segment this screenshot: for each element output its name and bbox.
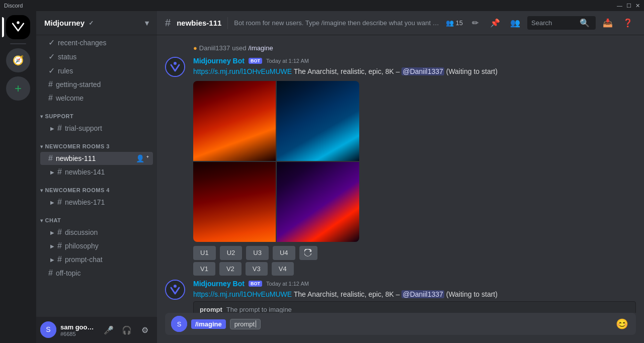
second-bot-username[interactable]: Midjourney Bot — [193, 280, 245, 288]
inbox-button[interactable]: 📥 — [600, 15, 616, 31]
text-cursor — [256, 320, 256, 327]
svg-text:S: S — [46, 325, 50, 333]
channel-hash-icon: # — [165, 17, 171, 29]
expand-icon-discussion: ▶ — [50, 230, 54, 235]
server-icon-midjourney[interactable] — [6, 15, 30, 39]
channel-item-prompt-chat[interactable]: ▶ # prompt-chat — [40, 253, 153, 266]
second-msg-timestamp: Today at 1:12 AM — [266, 281, 309, 287]
message-input-container[interactable]: S /imagine prompt 😊 — [165, 313, 636, 335]
svg-text:S: S — [177, 320, 182, 328]
bot-avatar — [165, 57, 185, 77]
user-name: sam good... — [60, 323, 97, 331]
message-text: https://s.mj.run/l1OHvEuMUWE The Anarchi… — [193, 67, 636, 77]
channel-icon-philosophy: # — [57, 241, 62, 250]
server-icon-add[interactable]: + — [6, 76, 30, 101]
image-grid — [193, 81, 359, 242]
titlebar-controls[interactable]: — ☐ ✕ — [617, 3, 640, 9]
category-arrow-newcomer3: ▾ — [40, 144, 43, 149]
minimize-button[interactable]: — — [617, 3, 622, 9]
channel-item-welcome[interactable]: # welcome — [40, 92, 153, 105]
user-avatar: S — [40, 322, 56, 338]
button-u2[interactable]: U2 — [220, 246, 243, 260]
second-mention[interactable]: @Daniil1337 — [401, 290, 444, 298]
settings-button[interactable]: ⚙ — [137, 322, 153, 338]
slash-command-label: /imagine — [191, 319, 226, 329]
channel-item-discussion[interactable]: ▶ # discussion — [40, 226, 153, 239]
image-cell-bl — [193, 162, 276, 242]
image-cell-tl — [193, 81, 276, 161]
channel-icon-prompt-chat: # — [57, 255, 62, 264]
close-button[interactable]: ✕ — [635, 3, 640, 9]
channel-item-trial-support[interactable]: ▶ # trial-support — [40, 122, 153, 135]
svg-rect-4 — [166, 58, 184, 76]
channel-item-rules[interactable]: ✓ rules — [40, 64, 153, 77]
image-cell-tr — [277, 81, 359, 161]
messages-area[interactable]: ● Daniil1337 used /imagine M — [157, 35, 644, 313]
add-person-icon: 👤+ — [136, 154, 149, 162]
category-newcomer-4[interactable]: ▾ NEWCOMER ROOMS 4 — [36, 179, 157, 195]
button-u3[interactable]: U3 — [246, 246, 269, 260]
button-v1[interactable]: V1 — [193, 262, 215, 276]
channel-header-divider — [227, 17, 228, 29]
server-icon-explore[interactable]: 🧭 — [6, 48, 30, 72]
channel-icon-newbies111: # — [48, 154, 53, 163]
button-u1[interactable]: U1 — [193, 246, 216, 260]
help-button[interactable]: ❓ — [620, 15, 636, 31]
svg-point-5 — [174, 62, 177, 65]
server-name: Midjourney — [44, 19, 85, 27]
channel-item-newbies-171[interactable]: ▶ # newbies-171 — [40, 196, 153, 209]
category-arrow-newcomer4: ▾ — [40, 188, 43, 193]
button-v3[interactable]: V3 — [246, 262, 268, 276]
prompt-label: prompt — [200, 306, 222, 313]
svg-point-1 — [17, 21, 19, 24]
maximize-button[interactable]: ☐ — [626, 3, 631, 9]
prompt-input-chip[interactable]: prompt — [230, 319, 261, 329]
header-actions: 👥 15 ✏ 📌 👥 🔍 📥 ❓ — [446, 15, 636, 31]
mention[interactable]: @Daniil1337 — [401, 67, 444, 75]
channel-item-recent-changes[interactable]: ✓ recent-changes — [40, 36, 153, 49]
command-name: /imagine — [249, 44, 273, 52]
deafen-button[interactable]: 🎧 — [119, 322, 135, 338]
message-input-right: 😊 — [614, 316, 630, 332]
prompt-tooltip: prompt The prompt to imagine — [193, 301, 636, 313]
channel-icon-newbies141: # — [57, 167, 62, 177]
button-refresh[interactable] — [299, 246, 317, 260]
second-msg-link[interactable]: https://s.mj.run/l1OHvEuMUWE — [193, 290, 292, 298]
edit-button[interactable]: ✏ — [467, 15, 483, 31]
prompt-chip-text: prompt — [234, 320, 255, 328]
channel-item-off-topic[interactable]: # off-topic — [40, 267, 153, 280]
message-link[interactable]: https://s.mj.run/l1OHvEuMUWE — [193, 67, 292, 75]
expand-icon-trial: ▶ — [50, 126, 54, 131]
channel-item-status[interactable]: ✓ status — [40, 50, 153, 63]
pin-button[interactable]: 📌 — [487, 15, 503, 31]
prompt-value: The prompt to imagine — [226, 306, 292, 313]
channel-icon-rules: ✓ — [48, 38, 55, 47]
svg-point-7 — [174, 285, 177, 288]
category-chat[interactable]: ▾ CHAT — [36, 209, 157, 225]
search-input[interactable] — [531, 19, 577, 27]
server-header[interactable]: Midjourney ✓ ▾ — [36, 11, 157, 35]
channel-item-philosophy[interactable]: ▶ # philosophy — [40, 239, 153, 252]
message-timestamp: Today at 1:12 AM — [266, 58, 309, 64]
channel-item-getting-started[interactable]: # getting-started — [40, 78, 153, 91]
channel-item-newbies-141[interactable]: ▶ # newbies-141 — [40, 165, 153, 179]
members-button[interactable]: 👥 — [507, 15, 523, 31]
channel-description: Bot room for new users. Type /imagine th… — [234, 19, 439, 27]
bot-badge: BOT — [249, 58, 262, 64]
titlebar: Discord — ☐ ✕ — [0, 0, 644, 11]
category-support[interactable]: ▾ SUPPORT — [36, 105, 157, 121]
message-input-area: S /imagine prompt 😊 — [157, 313, 644, 343]
category-newcomer-3[interactable]: ▾ NEWCOMER ROOMS 3 — [36, 135, 157, 151]
second-msg-header: Midjourney Bot BOT Today at 1:12 AM — [193, 280, 636, 288]
titlebar-title: Discord — [4, 3, 23, 9]
expand-icon-171: ▶ — [50, 200, 54, 205]
button-v4[interactable]: V4 — [272, 262, 294, 276]
emoji-button[interactable]: 😊 — [614, 316, 630, 332]
channel-item-newbies-111[interactable]: # newbies-111 👤+ — [40, 152, 153, 165]
button-v2[interactable]: V2 — [219, 262, 242, 276]
button-u4[interactable]: U4 — [273, 246, 295, 260]
bot-username[interactable]: Midjourney Bot — [193, 57, 245, 65]
search-box[interactable]: 🔍 — [527, 16, 596, 30]
message-header: Midjourney Bot BOT Today at 1:12 AM — [193, 57, 636, 65]
mute-button[interactable]: 🎤 — [101, 322, 117, 338]
